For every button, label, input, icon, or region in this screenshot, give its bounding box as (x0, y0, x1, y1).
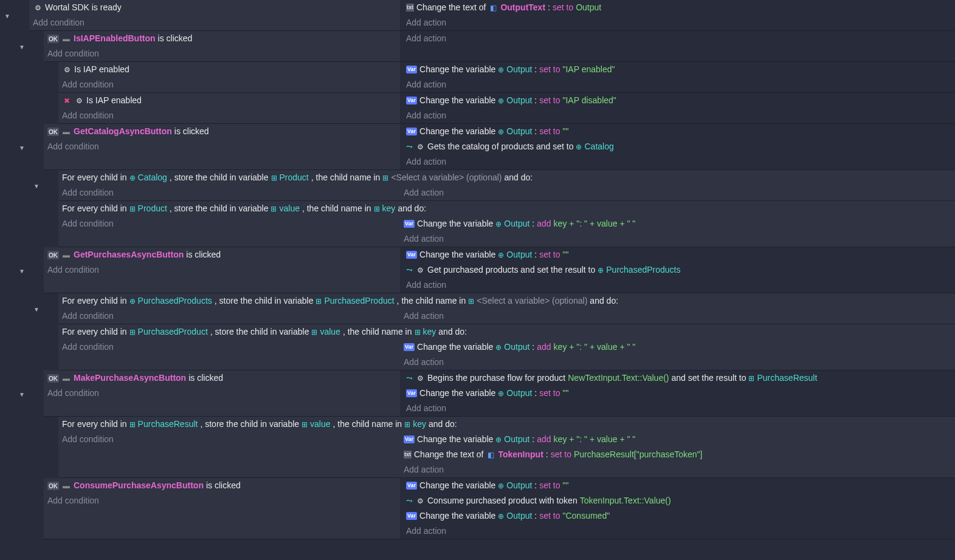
collapse-arrow-icon[interactable]: ▼ (19, 267, 25, 276)
globe-icon: ⊕ (498, 388, 504, 399)
add-action-link[interactable]: Add action (402, 278, 955, 293)
globe-icon: ⊕ (495, 219, 502, 230)
actions-column[interactable]: ⤳⚙Begins the purchase flow for productNe… (400, 370, 955, 416)
globe-icon: ⊕ (129, 296, 136, 307)
var-icon: Var (406, 512, 417, 520)
event-row: ✖⚙Is IAP enabled Add condition VarChange… (0, 93, 955, 124)
condition-text: Wortal SDK is ready (45, 1, 122, 14)
value: "" (563, 125, 569, 138)
add-action-link[interactable]: Add action (400, 231, 955, 247)
slider-icon: ▬ (61, 250, 71, 260)
conditions-column[interactable]: ⚙Is IAP enabled Add condition (58, 62, 400, 92)
conditions-column[interactable]: OK▬GetPurchasesAsyncButtonis clicked Add… (44, 247, 400, 293)
collapse-arrow-icon[interactable]: ▼ (33, 305, 40, 314)
var-icon: Var (406, 251, 417, 259)
add-action-link[interactable]: Add action (402, 401, 955, 416)
globe-icon: ⊕ (495, 342, 502, 353)
add-condition-link[interactable]: Add condition (44, 386, 400, 401)
event-row: For every child in ⊞Product , store the … (0, 201, 955, 247)
actions-column[interactable]: Add action (400, 31, 955, 61)
globe-icon: ⊕ (498, 480, 504, 491)
condition-text: Is IAP enabled (86, 94, 142, 107)
collapse-arrow-icon[interactable]: ▼ (19, 143, 25, 152)
collapse-arrow-icon[interactable]: ▼ (4, 12, 10, 21)
invert-icon: ✖ (62, 96, 72, 106)
globe-icon: ⊕ (498, 511, 504, 522)
collapse-arrow-icon[interactable]: ▼ (19, 43, 25, 52)
collapse-arrow-icon[interactable]: ▼ (19, 390, 25, 399)
add-condition-link[interactable]: Add condition (58, 309, 398, 324)
conditions-column[interactable]: OK▬ConsumePurchaseAsyncButtonis clicked … (44, 478, 400, 539)
add-condition-link[interactable]: Add condition (58, 216, 398, 231)
var-icon: Var (406, 128, 417, 135)
slider-icon: ▬ (61, 34, 71, 44)
struct-icon: ⊞ (302, 419, 308, 430)
actions-column[interactable]: VarChange the variable⊕Output:set to"" ⤳… (400, 124, 955, 169)
foreach-header[interactable]: For every child in ⊕PurchasedProducts , … (58, 293, 955, 309)
conditions-column[interactable]: OK▬IsIAPEnabledButtonis clicked Add cond… (44, 31, 400, 61)
actions-column[interactable]: VarChange the variable⊕Output:set to"IAP… (400, 93, 955, 123)
add-condition-link[interactable]: Add condition (44, 46, 400, 61)
add-action-link[interactable]: Add action (402, 154, 955, 169)
conditions-column[interactable]: OK▬MakePurchaseAsyncButtonis clicked Add… (44, 370, 400, 416)
gear-icon: ⚙ (415, 265, 425, 275)
struct-icon: ⊞ (404, 419, 410, 430)
add-action-link[interactable]: Add action (400, 309, 955, 324)
value: "IAP disabled" (563, 94, 616, 107)
event-row: ▼ OK▬IsIAPEnabledButtonis clicked Add co… (0, 31, 955, 62)
slider-icon: ▬ (61, 127, 71, 137)
foreach-header[interactable]: For every child in ⊞PurchaseResult , sto… (58, 417, 955, 432)
gear-icon: ⚙ (415, 496, 425, 506)
variable-ref: Catalog (584, 140, 613, 153)
struct-icon: ⊞ (129, 203, 136, 214)
collapse-arrow-icon[interactable]: ▼ (33, 182, 40, 191)
var-icon: Var (404, 435, 415, 443)
add-action-link[interactable]: Add action (402, 108, 955, 123)
variable-ref: Output (506, 63, 532, 76)
struct-icon: ⊞ (468, 296, 474, 307)
object-ref: IsIAPEnabledButton (74, 32, 156, 45)
actions-column[interactable]: VarChange the variable⊕Output:set to"" ⤳… (400, 478, 955, 539)
add-condition-link[interactable]: Add condition (58, 108, 400, 123)
object-ref: GetPurchasesAsyncButton (74, 248, 184, 261)
add-action-link[interactable]: Add action (400, 355, 955, 370)
struct-icon: ⊞ (129, 419, 136, 430)
add-condition-link[interactable]: Add condition (58, 77, 400, 92)
add-action-link[interactable]: Add action (400, 185, 955, 200)
foreach-header[interactable]: For every child in ⊞Product , store the … (58, 201, 955, 216)
actions-column[interactable]: txtChange the text of◧OutputText:set toO… (400, 0, 955, 30)
add-action-link[interactable]: Add action (402, 524, 955, 539)
foreach-header[interactable]: For every child in ⊞PurchasedProduct , s… (58, 324, 955, 340)
add-condition-link[interactable]: Add condition (58, 432, 398, 447)
actions-column[interactable]: VarChange the variable⊕Output:set to"" ⤳… (400, 247, 955, 293)
struct-icon: ⊞ (748, 373, 754, 384)
conditions-column[interactable]: ⚙Wortal SDK is ready Add condition (29, 0, 400, 30)
add-condition-link[interactable]: Add condition (58, 185, 398, 200)
add-condition-link[interactable]: Add condition (58, 340, 398, 355)
add-condition-link[interactable]: Add condition (29, 15, 400, 30)
struct-icon: ⊞ (271, 203, 277, 214)
add-action-link[interactable]: Add action (402, 77, 955, 92)
event-row: ▼ OK▬GetPurchasesAsyncButtonis clicked A… (0, 247, 955, 293)
conditions-column[interactable]: OK▬GetCatalogAsyncButtonis clicked Add c… (44, 124, 400, 169)
add-action-link[interactable]: Add action (402, 15, 955, 30)
var-icon: Var (406, 97, 417, 104)
actions-column[interactable]: VarChange the variable⊕Output:set to"IAP… (400, 62, 955, 92)
foreach-header[interactable]: For every child in ⊕Catalog , store the … (58, 170, 955, 185)
add-condition-link[interactable]: Add condition (44, 262, 400, 278)
struct-icon: ⊞ (271, 172, 277, 183)
gear-icon: ⚙ (62, 65, 72, 75)
add-action-link[interactable]: Add action (400, 462, 955, 477)
event-row: ▼ For every child in ⊕PurchasedProducts … (0, 293, 955, 324)
globe-icon: ⊕ (498, 250, 504, 261)
add-condition-link[interactable]: Add condition (44, 139, 400, 154)
gear-icon: ⚙ (415, 142, 425, 152)
gear-icon: ⚙ (415, 374, 425, 383)
value: Output (576, 1, 601, 14)
add-condition-link[interactable]: Add condition (44, 493, 400, 508)
conditions-column[interactable]: ✖⚙Is IAP enabled Add condition (58, 93, 400, 123)
var-icon: Var (406, 66, 417, 73)
button-icon: OK (47, 251, 59, 259)
struct-icon: ⊞ (129, 327, 136, 338)
add-action-link[interactable]: Add action (402, 31, 955, 46)
